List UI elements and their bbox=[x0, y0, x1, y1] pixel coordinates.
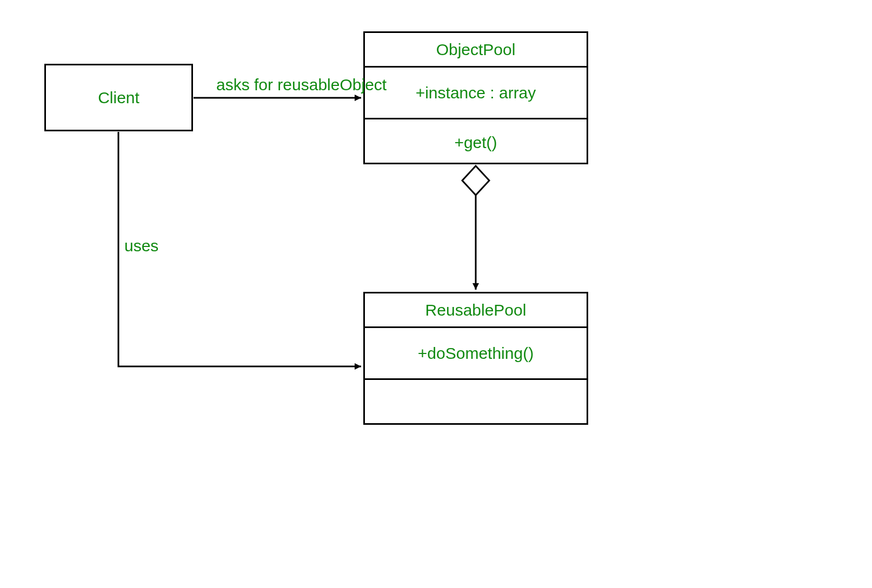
reusablepool-class-box: ReusablePool +doSomething() bbox=[363, 292, 588, 425]
reusablepool-method: +doSomething() bbox=[365, 328, 587, 380]
aggregation-diamond bbox=[462, 166, 489, 195]
objectpool-class-name: ObjectPool bbox=[365, 33, 587, 68]
objectpool-class-box: ObjectPool +instance : array +get() bbox=[363, 31, 588, 164]
client-class-name: Client bbox=[46, 65, 191, 130]
reusablepool-empty-section bbox=[365, 380, 587, 426]
client-class-box: Client bbox=[44, 64, 193, 131]
objectpool-attribute: +instance : array bbox=[365, 68, 587, 119]
uses-label: uses bbox=[124, 237, 158, 255]
reusablepool-class-name: ReusablePool bbox=[365, 293, 587, 328]
objectpool-method: +get() bbox=[365, 119, 587, 166]
asks-for-label: asks for reusableObject bbox=[216, 76, 387, 94]
